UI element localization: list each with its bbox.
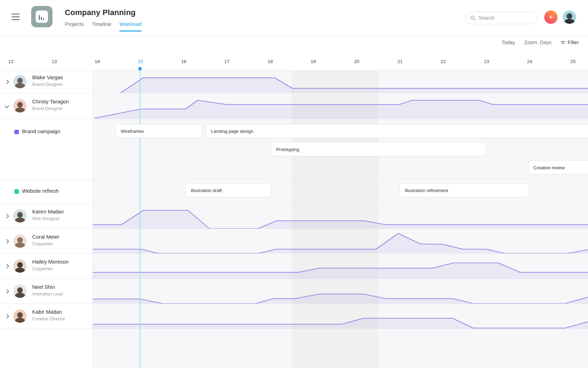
- person-name: Kabir Madan: [32, 309, 62, 315]
- day-label-17: 17: [224, 59, 229, 64]
- avatar-kabir-madan: [13, 309, 27, 323]
- sidebar-item-coral-meier[interactable]: Coral MeierCopywriter: [0, 229, 93, 253]
- filter-icon: [561, 40, 565, 45]
- project-color-dot: [14, 189, 19, 194]
- day-label-25: 25: [570, 59, 575, 64]
- person-name: Neel Shin: [32, 284, 55, 290]
- workload-page: WireframesLanding page designPrototyping…: [0, 0, 588, 368]
- task-bar-creative-review[interactable]: Creative review: [528, 161, 588, 175]
- day-label-15: 15: [138, 59, 143, 64]
- avatar-head: [17, 212, 23, 218]
- day-label-19: 19: [310, 59, 316, 64]
- avatar-body: [15, 318, 25, 323]
- chevron-right-icon[interactable]: [5, 314, 8, 318]
- task-bar-illustration-draft[interactable]: Illustration draft: [186, 183, 271, 197]
- day-label-14: 14: [94, 59, 100, 64]
- day-label-20: 20: [354, 59, 359, 64]
- avatar-body: [15, 218, 25, 223]
- avatar-head: [17, 287, 23, 293]
- add-button[interactable]: +: [544, 11, 558, 24]
- date-axis: 1213141516171819202122232425: [0, 56, 588, 70]
- day-label-24: 24: [527, 59, 532, 64]
- task-bar-wireframes[interactable]: Wireframes: [115, 124, 202, 138]
- row-divider: [0, 119, 588, 119]
- person-role: Creative Director: [32, 316, 65, 321]
- bar-chart-icon: [36, 11, 48, 23]
- avatar-head: [17, 237, 23, 243]
- chevron-down-icon[interactable]: [5, 104, 8, 107]
- task-bar-prototyping[interactable]: Prototyping: [271, 142, 486, 156]
- tab-projects[interactable]: Projects: [65, 21, 84, 32]
- row-divider: [0, 93, 588, 93]
- avatar-karen-madan: [13, 209, 27, 223]
- view-tabs: ProjectsTimelineWorkload: [65, 21, 141, 32]
- avatar-head: [17, 78, 23, 83]
- people-sidebar: Blake VargasBrand DesignerChristy Tarago…: [0, 70, 93, 368]
- avatar-head: [567, 13, 572, 19]
- avatar-blake-vargas: [13, 75, 27, 88]
- day-label-12: 12: [8, 59, 13, 64]
- sidebar-item-hailey-moreson[interactable]: Hailey MoresonCopywriter: [0, 253, 93, 279]
- person-role: Brand Designer: [32, 106, 63, 111]
- user-avatar[interactable]: [563, 11, 576, 24]
- tab-timeline[interactable]: Timeline: [92, 21, 111, 32]
- task-bar-landing-page-design[interactable]: Landing page design: [206, 124, 588, 138]
- chevron-right-icon[interactable]: [5, 80, 8, 83]
- project-logo[interactable]: [31, 6, 52, 27]
- tab-workload[interactable]: Workload: [119, 21, 141, 32]
- day-label-21: 21: [397, 59, 402, 64]
- row-divider: [0, 304, 588, 304]
- avatar-body: [15, 293, 25, 298]
- person-name: Hailey Moreson: [32, 259, 69, 265]
- task-bar-label: Illustration draft: [191, 188, 222, 193]
- avatar-head: [17, 312, 23, 318]
- avatar-body: [15, 243, 25, 247]
- chevron-right-icon[interactable]: [5, 214, 8, 217]
- row-divider: [0, 279, 588, 279]
- avatar-coral-meier: [13, 234, 27, 248]
- avatar-body: [15, 108, 25, 113]
- task-bar-illustration-refinement[interactable]: Illustration refinement: [399, 183, 529, 197]
- sidebar-item-christy-taragon[interactable]: Christy TaragonBrand Designer: [0, 93, 93, 119]
- avatar-head: [17, 262, 23, 268]
- zoom-control[interactable]: Zoom: Days: [524, 40, 552, 45]
- row-divider: [0, 229, 588, 229]
- chevron-right-icon[interactable]: [5, 289, 8, 293]
- sidebar-item-blake-vargas[interactable]: Blake VargasBrand Designer: [0, 70, 93, 93]
- sidebar-item-neel-shin[interactable]: Neel ShinAnimation Lead: [0, 279, 93, 304]
- day-label-13: 13: [51, 59, 57, 64]
- person-name: Blake Vargas: [32, 74, 63, 80]
- chevron-right-icon[interactable]: [5, 264, 8, 267]
- sidebar-section-brand-campaign[interactable]: Brand campaign: [0, 119, 93, 179]
- chevron-right-icon[interactable]: [5, 239, 8, 243]
- avatar-body: [564, 19, 575, 24]
- person-role: Animation Lead: [32, 292, 63, 297]
- row-divider: [0, 253, 588, 254]
- today-marker-line: [140, 69, 140, 368]
- person-name: Christy Taragon: [32, 98, 69, 104]
- avatar-hailey-moreson: [13, 259, 27, 273]
- day-label-23: 23: [484, 59, 489, 64]
- avatar-neel-shin: [13, 285, 27, 298]
- today-button[interactable]: Today: [502, 40, 515, 45]
- filter-button[interactable]: Filter: [561, 40, 579, 45]
- sidebar-section-website-refresh[interactable]: Website refresh: [0, 179, 93, 203]
- search-input[interactable]: Search: [465, 12, 537, 24]
- person-role: Web Designer: [32, 216, 60, 221]
- sidebar-item-karen-madan[interactable]: Karen MadanWeb Designer: [0, 203, 93, 229]
- person-name: Coral Meier: [32, 234, 59, 240]
- day-label-22: 22: [440, 59, 446, 64]
- task-bar-label: Creative review: [533, 165, 565, 170]
- day-label-18: 18: [267, 59, 273, 64]
- weekend-band: [292, 70, 378, 368]
- menu-icon[interactable]: [12, 14, 20, 20]
- search-icon: [470, 15, 476, 21]
- page-title: Company Planning: [65, 8, 135, 17]
- today-marker-dot: [138, 67, 142, 70]
- avatar-body: [15, 268, 25, 273]
- row-divider: [0, 70, 588, 70]
- row-divider: [0, 329, 588, 329]
- project-color-dot: [14, 130, 19, 134]
- sidebar-item-kabir-madan[interactable]: Kabir MadanCreative Director: [0, 304, 93, 329]
- section-label: Brand campaign: [22, 128, 60, 134]
